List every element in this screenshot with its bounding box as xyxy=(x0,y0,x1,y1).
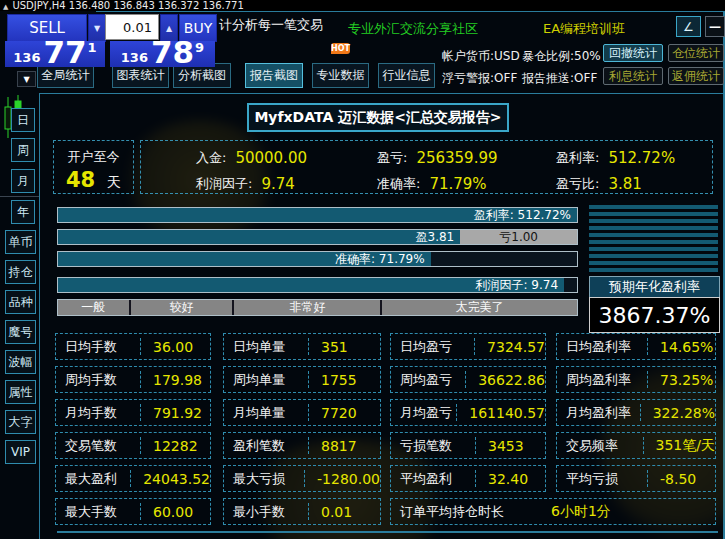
cell-value: 7720 xyxy=(309,405,357,421)
cell-value: 1755 xyxy=(309,372,357,388)
table-cell: 月均手数791.92 xyxy=(55,399,211,426)
rr-label: 盈亏比: xyxy=(556,175,599,193)
cell-label: 交易频率 xyxy=(557,437,643,455)
cell-label: 订单平均持仓时长 xyxy=(391,503,539,521)
rebate-stats-button[interactable]: 返佣统计 xyxy=(668,67,724,85)
cell-value: 32.40 xyxy=(476,471,528,487)
sidebar-item-volatility[interactable]: 波幅 xyxy=(5,350,36,374)
profit-factor-bar-fill: 利润因子: 9.74 xyxy=(58,278,564,292)
float-loss-alert-label: 浮亏警报:OFF xyxy=(442,70,517,87)
sell-price-display[interactable]: 136 77 1 xyxy=(5,41,105,67)
sidebar-item-single-currency[interactable]: 单币 xyxy=(5,230,36,254)
cell-label: 交易笔数 xyxy=(56,437,140,455)
table-cell: 平均亏损-8.50 xyxy=(556,465,716,492)
slogan-text: 计分析每一笔交易 xyxy=(219,17,323,33)
accuracy-label: 准确率: xyxy=(377,175,420,193)
cell-label: 日均单量 xyxy=(224,338,308,356)
sidebar-item-month[interactable]: 月 xyxy=(11,169,35,193)
sidebar-item-attributes[interactable]: 属性 xyxy=(5,380,36,404)
cell-value: 8817 xyxy=(309,438,357,454)
sell-price-prefix: 136 xyxy=(13,50,40,65)
cell-value: -1280.00 xyxy=(305,471,380,487)
blowout-ratio-label: 暴仓比例:50% xyxy=(522,48,601,65)
loss-ratio-segment: 亏1.00 xyxy=(460,230,577,244)
cell-value: 12282 xyxy=(141,438,198,454)
table-cell: 最小手数0.01 xyxy=(223,498,381,525)
panel-left-border xyxy=(39,93,40,539)
draw-tool-button[interactable]: ∠ xyxy=(676,16,701,37)
table-cell: 日均单量351 xyxy=(223,333,381,360)
table-cell: 盈利笔数8817 xyxy=(223,432,381,459)
account-age-label: 开户至今 xyxy=(54,148,133,166)
cell-value: 36.00 xyxy=(141,339,193,355)
table-cell: 最大亏损-1280.00 xyxy=(223,465,381,492)
cell-label: 日均盈利率 xyxy=(557,338,647,356)
training-link[interactable]: EA编程培训班 xyxy=(543,21,625,37)
drawdown-stats-button[interactable]: 回撤统计 xyxy=(603,44,663,62)
minimize-button[interactable]: — xyxy=(705,16,725,37)
account-age-days: 48 xyxy=(66,168,95,192)
cell-value: 73.25% xyxy=(648,372,713,388)
sidebar-item-large-font[interactable]: 大字 xyxy=(5,410,36,434)
volume-decrement-button[interactable]: ▼ xyxy=(88,14,106,42)
cell-value: 36622.86 xyxy=(466,372,545,388)
cell-value: 14.65% xyxy=(648,339,713,355)
table-cell: 日均盈亏7324.57 xyxy=(390,333,546,360)
widget-collapse-button[interactable]: ▼ xyxy=(17,71,36,87)
sidebar-item-week[interactable]: 周 xyxy=(11,138,35,162)
cell-label: 周均盈亏 xyxy=(391,371,465,389)
next-section-border xyxy=(57,531,718,533)
chart-collapse-icon: ▲ xyxy=(3,3,8,11)
cell-value: 60.00 xyxy=(141,504,193,520)
pnl-label: 盈亏: xyxy=(377,149,407,167)
table-cell: 最大盈利24043.52 xyxy=(55,465,211,492)
scale-very-good: 非常好 xyxy=(234,300,382,315)
roi-progress-bar: 盈利率: 512.72% xyxy=(57,207,578,223)
accuracy-progress-bar: 准确率: 71.79% xyxy=(57,251,578,267)
community-link[interactable]: 专业外汇交流分享社区 xyxy=(348,21,478,37)
cell-label: 最小手数 xyxy=(224,503,308,521)
interest-stats-button[interactable]: 利息统计 xyxy=(603,67,663,85)
sidebar-item-year[interactable]: 年 xyxy=(11,200,35,224)
cell-label: 最大亏损 xyxy=(224,470,304,488)
sell-price-big: 77 xyxy=(43,39,86,65)
sidebar-item-symbols[interactable]: 品种 xyxy=(5,290,36,314)
account-currency-label: 帐户货币:USD xyxy=(442,48,520,65)
position-stats-button[interactable]: 仓位统计 xyxy=(668,44,724,62)
tab-pro-data[interactable]: 专业数据 xyxy=(312,63,369,88)
cell-label: 月均手数 xyxy=(56,404,140,422)
sidebar-item-positions[interactable]: 持仓 xyxy=(5,260,36,284)
deposit-value: 50000.00 xyxy=(235,149,307,167)
chart-grid-line xyxy=(0,196,39,197)
table-cell: 月均盈利率322.28% xyxy=(556,399,716,426)
table-cell: 月均盈亏161140.57 xyxy=(390,399,546,426)
sidebar-item-day[interactable]: 日 xyxy=(11,108,35,132)
scale-normal: 一般 xyxy=(58,300,131,315)
tab-industry-info[interactable]: 行业信息 xyxy=(378,63,435,88)
pnl-value: 256359.99 xyxy=(416,149,497,167)
deposit-label: 入金: xyxy=(196,149,226,167)
roi-label: 盈利率: xyxy=(556,149,599,167)
cell-value: -8.50 xyxy=(648,471,696,487)
panel-header-divider xyxy=(40,93,725,94)
cell-label: 平均盈利 xyxy=(391,470,475,488)
cell-label: 亏损笔数 xyxy=(391,437,475,455)
cell-value: 0.01 xyxy=(309,504,352,520)
expected-annual-roi-label: 预期年化盈利率 xyxy=(589,276,720,298)
account-age-box: 开户至今 48 天 xyxy=(53,140,134,194)
sidebar-item-magic[interactable]: 魔号 xyxy=(5,320,36,344)
table-cell: 周均盈亏36622.86 xyxy=(390,366,546,393)
sidebar-item-vip[interactable]: VIP xyxy=(5,440,36,464)
report-title: MyfxDATA 迈汇数据<汇总交易报告> xyxy=(247,103,509,132)
buy-price-display[interactable]: 136 78 9 xyxy=(110,41,215,67)
cell-label: 周均手数 xyxy=(56,371,140,389)
profit-factor-progress-bar: 利润因子: 9.74 xyxy=(57,277,578,293)
table-cell: 亏损笔数3453 xyxy=(390,432,546,459)
cell-label: 盈利笔数 xyxy=(224,437,308,455)
table-cell: 交易频率351笔/天 xyxy=(556,432,716,459)
table-cell: 交易笔数12282 xyxy=(55,432,211,459)
scale-perfect: 太完美了 xyxy=(382,300,577,315)
tab-report-shot[interactable]: 报告截图 xyxy=(245,63,303,88)
cell-label: 日均手数 xyxy=(56,338,140,356)
table-cell: 日均盈利率14.65% xyxy=(556,333,716,360)
